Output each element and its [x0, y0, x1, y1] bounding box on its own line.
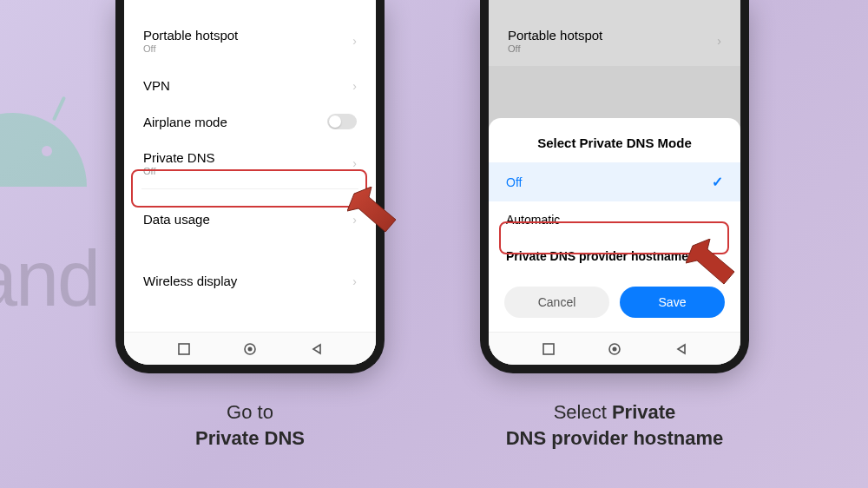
- nav-home-icon[interactable]: [608, 342, 621, 356]
- caption-line1: Go to: [227, 401, 273, 423]
- row-title: Wireless display: [143, 274, 352, 288]
- button-label: Cancel: [538, 295, 576, 309]
- caption-bold2: DNS provider hostname: [506, 427, 724, 449]
- nav-recent-icon[interactable]: [178, 343, 190, 355]
- android-navbar: [489, 332, 740, 365]
- row-subtitle: Off: [143, 43, 352, 54]
- screen-right: Portable hotspot Off › Select Private DN…: [489, 0, 740, 365]
- background-text: and: [0, 234, 99, 324]
- airplane-toggle[interactable]: [327, 114, 357, 129]
- svg-rect-0: [179, 344, 189, 354]
- row-portable-hotspot[interactable]: Portable hotspot Off ›: [128, 16, 372, 66]
- row-private-dns[interactable]: Private DNS Off ›: [128, 138, 372, 188]
- private-dns-dialog: Select Private DNS Mode Off ✓ Automatic …: [489, 118, 740, 332]
- nav-back-icon[interactable]: [675, 343, 687, 355]
- row-title: Portable hotspot: [143, 28, 352, 43]
- android-navbar: [124, 332, 376, 365]
- caption-line2: Private DNS: [195, 427, 305, 449]
- option-label: Private DNS provider hostname: [506, 249, 688, 263]
- svg-point-2: [248, 346, 253, 351]
- settings-list: Portable hotspot Off › VPN › Airplane mo…: [124, 0, 376, 300]
- caption-bold1: Private: [612, 401, 675, 423]
- nav-home-icon[interactable]: [243, 342, 257, 356]
- nav-recent-icon[interactable]: [542, 343, 555, 355]
- phone-frame-left: Portable hotspot Off › VPN › Airplane mo…: [115, 0, 385, 373]
- caption-prefix: Select: [554, 401, 612, 423]
- cancel-button[interactable]: Cancel: [504, 287, 609, 318]
- android-logo: [0, 113, 87, 187]
- chevron-right-icon: ›: [352, 156, 357, 170]
- option-off[interactable]: Off ✓: [489, 162, 740, 201]
- button-label: Save: [659, 295, 687, 309]
- row-subtitle: Off: [143, 166, 352, 176]
- annotation-arrow-right: [686, 239, 746, 300]
- row-airplane-mode[interactable]: Airplane mode: [128, 105, 372, 138]
- chevron-right-icon: ›: [352, 274, 357, 288]
- row-title: VPN: [143, 78, 352, 93]
- caption-right: Select Private DNS provider hostname: [480, 399, 749, 451]
- annotation-arrow-left: [347, 187, 408, 247]
- row-title: Airplane mode: [143, 115, 327, 129]
- chevron-right-icon: ›: [352, 34, 357, 48]
- caption-left: Go to Private DNS: [115, 399, 385, 451]
- option-automatic[interactable]: Automatic: [489, 201, 740, 238]
- chevron-right-icon: ›: [352, 79, 357, 93]
- row-wireless-display[interactable]: Wireless display ›: [128, 261, 372, 300]
- svg-rect-3: [543, 344, 554, 354]
- option-label: Off: [506, 175, 522, 189]
- row-title: Private DNS: [143, 150, 352, 165]
- nav-back-icon[interactable]: [311, 343, 323, 355]
- check-icon: ✓: [712, 174, 723, 190]
- dialog-title: Select Private DNS Mode: [489, 125, 740, 162]
- option-label: Automatic: [506, 213, 560, 227]
- svg-point-5: [613, 346, 617, 351]
- phone-frame-right: Portable hotspot Off › Select Private DN…: [480, 0, 749, 373]
- row-vpn[interactable]: VPN ›: [128, 66, 372, 105]
- row-title: Data usage: [143, 212, 352, 227]
- row-data-usage[interactable]: Data usage ›: [128, 200, 372, 239]
- screen-left: Portable hotspot Off › VPN › Airplane mo…: [124, 0, 376, 365]
